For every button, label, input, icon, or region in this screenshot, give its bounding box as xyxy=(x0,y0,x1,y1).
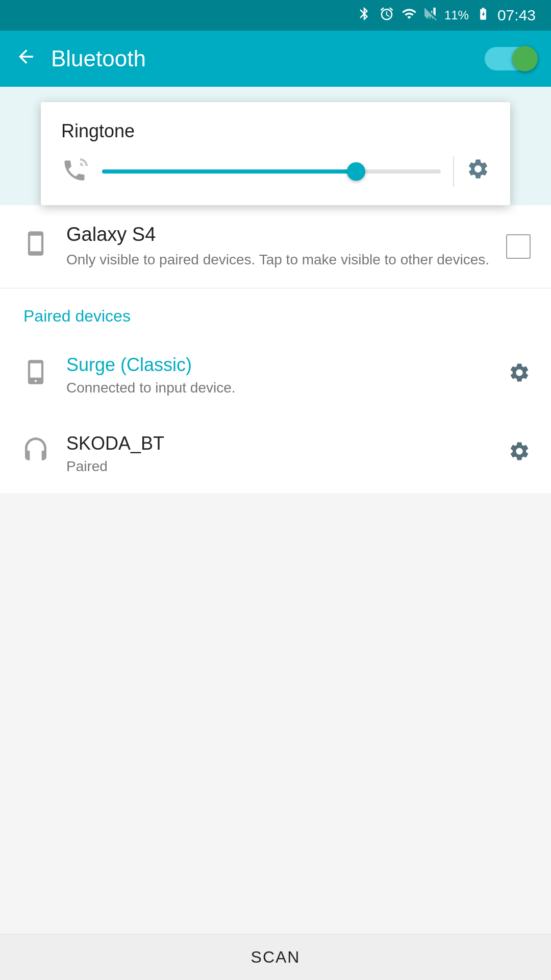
skoda-device-name: SKODA_BT xyxy=(66,433,493,454)
volume-slider[interactable] xyxy=(102,169,441,174)
ringtone-controls xyxy=(61,156,490,187)
device-visibility-row[interactable]: Galaxy S4 Only visible to paired devices… xyxy=(0,205,551,288)
skoda-device-status: Paired xyxy=(66,458,493,475)
signal-icon xyxy=(424,5,437,26)
bluetooth-toggle[interactable] xyxy=(485,47,536,70)
ringtone-title: Ringtone xyxy=(61,120,490,142)
wifi-icon xyxy=(402,5,417,26)
surge-settings-icon[interactable] xyxy=(508,361,531,389)
bluetooth-icon xyxy=(357,5,372,26)
ringtone-popup: Ringtone xyxy=(41,102,510,205)
paired-devices-title: Paired devices xyxy=(23,307,528,326)
visibility-checkbox[interactable] xyxy=(506,234,531,259)
list-item[interactable]: SKODA_BT Paired xyxy=(0,414,551,493)
battery-percent: 11% xyxy=(444,8,469,22)
slider-thumb xyxy=(347,162,365,181)
scan-bar: SCAN xyxy=(0,934,551,980)
slider-divider xyxy=(453,156,454,187)
skoda-settings-icon[interactable] xyxy=(508,440,531,468)
app-bar: Bluetooth xyxy=(0,31,551,87)
status-icons: 11% 07:43 xyxy=(357,5,536,26)
surge-device-status: Connected to input device. xyxy=(66,380,493,396)
slider-fill xyxy=(102,169,356,174)
list-item[interactable]: Surge (Classic) Connected to input devic… xyxy=(0,336,551,414)
status-time: 07:43 xyxy=(497,7,536,24)
device-info: Galaxy S4 Only visible to paired devices… xyxy=(66,224,491,270)
toggle-knob xyxy=(512,46,538,71)
status-bar: 11% 07:43 xyxy=(0,0,551,31)
content-spacer xyxy=(0,493,551,549)
ringtone-settings-icon[interactable] xyxy=(466,157,490,186)
surge-device-info: Surge (Classic) Connected to input devic… xyxy=(66,354,493,396)
alarm-icon xyxy=(379,5,394,26)
surge-device-icon xyxy=(20,357,51,394)
ringtone-phone-icon xyxy=(61,157,90,186)
back-button[interactable] xyxy=(15,45,37,73)
device-name: Galaxy S4 xyxy=(66,224,491,246)
paired-devices-header: Paired devices xyxy=(0,288,551,336)
galaxy-phone-icon xyxy=(20,228,51,265)
battery-icon xyxy=(476,5,490,26)
skoda-device-info: SKODA_BT Paired xyxy=(66,433,493,475)
main-content: Galaxy S4 Only visible to paired devices… xyxy=(0,205,551,549)
scan-button[interactable]: SCAN xyxy=(251,948,300,967)
device-visibility-subtext: Only visible to paired devices. Tap to m… xyxy=(66,250,491,270)
surge-device-name: Surge (Classic) xyxy=(66,354,493,376)
page-title: Bluetooth xyxy=(51,46,470,71)
skoda-device-icon xyxy=(20,435,51,472)
